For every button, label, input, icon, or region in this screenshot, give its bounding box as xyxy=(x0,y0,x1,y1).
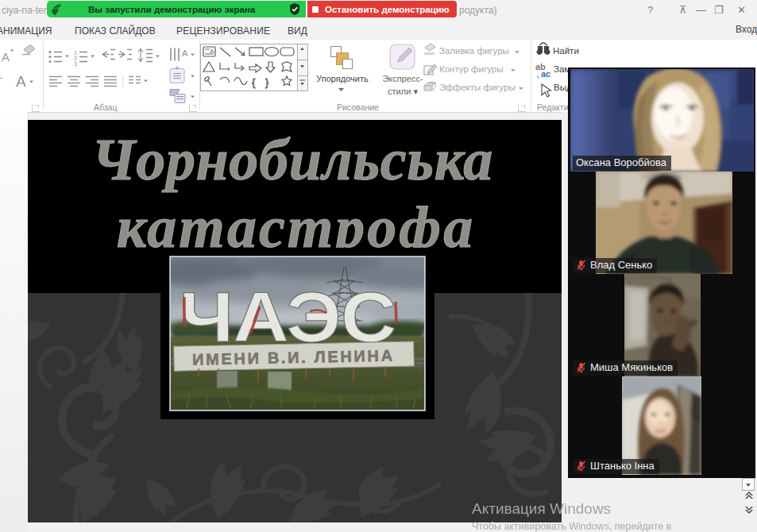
svg-text:2: 2 xyxy=(74,56,77,61)
svg-text:А: А xyxy=(182,48,188,58)
svg-text:ac: ac xyxy=(541,69,550,79)
svg-text:{: { xyxy=(252,76,256,88)
svg-text:3: 3 xyxy=(74,61,77,67)
svg-text:1: 1 xyxy=(74,50,77,56)
svg-text:А: А xyxy=(16,73,26,90)
svg-text:А: А xyxy=(210,48,214,55)
svg-text:А: А xyxy=(2,50,10,64)
svg-text:}: } xyxy=(265,76,269,88)
